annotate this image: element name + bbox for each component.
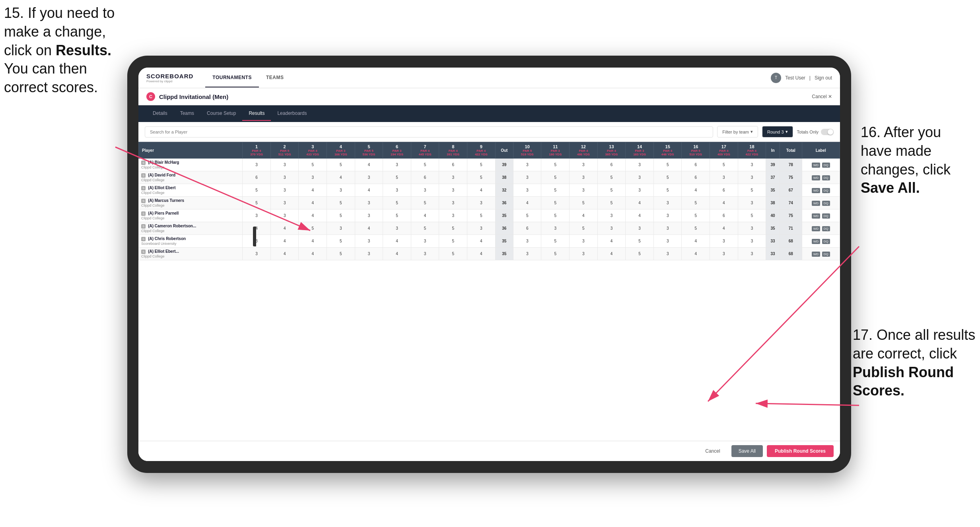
score-back-10[interactable]: 3	[513, 248, 541, 260]
score-back-13[interactable]: 5	[597, 171, 626, 184]
score-back-11[interactable]: 5	[541, 171, 570, 184]
score-front-4[interactable]: 5	[327, 197, 355, 209]
score-back-16[interactable]: 5	[682, 209, 710, 222]
score-back-18[interactable]: 3	[738, 171, 766, 184]
score-back-16[interactable]: 4	[682, 248, 710, 260]
score-back-14[interactable]: 3	[626, 184, 654, 197]
score-front-2[interactable]: 4	[270, 235, 299, 248]
score-back-15[interactable]: 3	[653, 235, 682, 248]
score-back-16[interactable]: 4	[682, 184, 710, 197]
wd-button[interactable]: WD	[812, 213, 820, 219]
score-back-15[interactable]: 5	[653, 159, 682, 171]
score-back-16[interactable]: 6	[682, 159, 710, 171]
score-back-18[interactable]: 3	[738, 197, 766, 209]
score-front-7[interactable]: 6	[411, 171, 439, 184]
dq-button[interactable]: DQ	[822, 226, 830, 231]
wd-button[interactable]: WD	[812, 252, 820, 257]
dq-button[interactable]: DQ	[822, 175, 830, 180]
round-select[interactable]: Round 3 ▾	[762, 126, 793, 138]
score-back-12[interactable]: 5	[570, 197, 598, 209]
wd-button[interactable]: WD	[812, 188, 820, 193]
wd-button[interactable]: WD	[812, 201, 820, 206]
dq-button[interactable]: DQ	[822, 163, 830, 168]
score-front-4[interactable]: 5	[327, 209, 355, 222]
score-front-3[interactable]: 4	[299, 235, 327, 248]
wd-button[interactable]: WD	[812, 175, 820, 180]
cancel-tournament-btn[interactable]: Cancel ✕	[812, 94, 832, 99]
score-back-12[interactable]: 3	[570, 159, 598, 171]
score-front-7[interactable]: 5	[411, 222, 439, 235]
score-back-10[interactable]: 3	[513, 184, 541, 197]
score-front-7[interactable]: 4	[411, 209, 439, 222]
score-back-11[interactable]: 5	[541, 197, 570, 209]
sign-out-link[interactable]: Sign out	[815, 75, 832, 81]
score-front-9[interactable]: 5	[467, 159, 496, 171]
score-front-1[interactable]: 4	[243, 222, 271, 235]
score-front-4[interactable]: 4	[327, 171, 355, 184]
score-front-3[interactable]: 5	[299, 159, 327, 171]
score-back-18[interactable]: 3	[738, 159, 766, 171]
tab-teams[interactable]: Teams	[174, 107, 200, 121]
score-front-4[interactable]: 3	[327, 222, 355, 235]
score-front-3[interactable]: 4	[299, 197, 327, 209]
score-back-15[interactable]: 5	[653, 171, 682, 184]
score-front-5[interactable]: 3	[355, 248, 383, 260]
score-front-1[interactable]: 6	[243, 171, 271, 184]
score-back-14[interactable]: 5	[626, 235, 654, 248]
score-back-15[interactable]: 3	[653, 222, 682, 235]
score-front-5[interactable]: 3	[355, 171, 383, 184]
score-front-5[interactable]: 3	[355, 197, 383, 209]
score-front-4[interactable]: 5	[327, 248, 355, 260]
score-front-6[interactable]: 4	[383, 248, 411, 260]
score-back-12[interactable]: 3	[570, 184, 598, 197]
score-front-2[interactable]: 3	[270, 184, 299, 197]
score-front-1[interactable]: 3	[243, 235, 271, 248]
score-back-13[interactable]: 3	[597, 209, 626, 222]
dq-button[interactable]: DQ	[822, 188, 830, 193]
score-front-8[interactable]: 3	[439, 197, 467, 209]
score-back-14[interactable]: 3	[626, 222, 654, 235]
score-front-8[interactable]: 5	[439, 222, 467, 235]
wd-button[interactable]: WD	[812, 226, 820, 231]
nav-link-tournaments[interactable]: TOURNAMENTS	[205, 68, 259, 87]
score-front-6[interactable]: 4	[383, 235, 411, 248]
score-front-3[interactable]: 4	[299, 248, 327, 260]
score-back-17[interactable]: 4	[710, 197, 738, 209]
score-back-11[interactable]: 5	[541, 159, 570, 171]
score-back-14[interactable]: 5	[626, 248, 654, 260]
score-back-18[interactable]: 3	[738, 248, 766, 260]
score-back-14[interactable]: 3	[626, 159, 654, 171]
score-back-16[interactable]: 4	[682, 235, 710, 248]
score-front-7[interactable]: 3	[411, 248, 439, 260]
score-back-10[interactable]: 3	[513, 235, 541, 248]
score-front-6[interactable]: 3	[383, 222, 411, 235]
score-back-18[interactable]: 5	[738, 184, 766, 197]
score-front-9[interactable]: 4	[467, 248, 496, 260]
score-back-13[interactable]: 6	[597, 159, 626, 171]
score-front-4[interactable]: 5	[327, 235, 355, 248]
score-front-4[interactable]: 3	[327, 184, 355, 197]
dq-button[interactable]: DQ	[822, 252, 830, 257]
score-front-6[interactable]: 3	[383, 184, 411, 197]
score-front-3[interactable]: 3	[299, 171, 327, 184]
score-front-2[interactable]: 3	[270, 159, 299, 171]
score-back-13[interactable]: 5	[597, 184, 626, 197]
save-all-button[interactable]: Save All	[731, 445, 763, 457]
score-front-1[interactable]: 3	[243, 248, 271, 260]
score-back-12[interactable]: 3	[570, 171, 598, 184]
score-front-9[interactable]: 4	[467, 184, 496, 197]
wd-button[interactable]: WD	[812, 239, 820, 244]
score-front-6[interactable]: 3	[383, 159, 411, 171]
toggle-switch[interactable]	[821, 129, 834, 135]
score-back-17[interactable]: 3	[710, 235, 738, 248]
score-back-17[interactable]: 6	[710, 209, 738, 222]
score-front-6[interactable]: 5	[383, 209, 411, 222]
score-back-14[interactable]: 4	[626, 209, 654, 222]
score-back-14[interactable]: 4	[626, 197, 654, 209]
tab-course-setup[interactable]: Course Setup	[200, 107, 242, 121]
score-front-2[interactable]: 3	[270, 171, 299, 184]
totals-only-toggle[interactable]: Totals Only	[797, 129, 834, 135]
score-back-13[interactable]: 4	[597, 248, 626, 260]
score-front-1[interactable]: 3	[243, 159, 271, 171]
score-back-17[interactable]: 3	[710, 248, 738, 260]
